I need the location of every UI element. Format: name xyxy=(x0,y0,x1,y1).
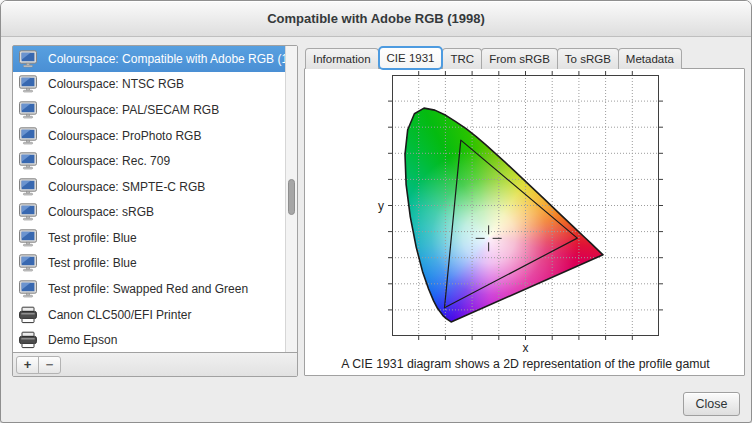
white-point-crosshair xyxy=(476,225,502,251)
profile-list-item[interactable]: Canon CLC500/EFI Printer xyxy=(13,302,285,328)
profile-list-item[interactable]: Demo Epson xyxy=(13,327,285,353)
diagram-caption: A CIE 1931 diagram shows a 2D representa… xyxy=(305,357,746,371)
profile-label: Colourspace: NTSC RGB xyxy=(48,77,184,91)
tab-cie-1931[interactable]: CIE 1931 xyxy=(378,46,444,70)
profile-label: Colourspace: SMPTE-C RGB xyxy=(48,180,205,194)
window-title: Compatible with Adobe RGB (1998) xyxy=(267,11,485,26)
x-axis-label: x xyxy=(392,341,659,355)
profile-list-item[interactable]: Colourspace: Rec. 709 xyxy=(13,148,285,174)
profile-list[interactable]: Colourspace: Compatible with Adobe RGB (… xyxy=(13,46,297,353)
profile-list-item[interactable]: Colourspace: ProPhoto RGB xyxy=(13,123,285,149)
profile-list-item[interactable]: Colourspace: NTSC RGB xyxy=(13,72,285,98)
monitor-icon xyxy=(17,203,39,221)
screen: Compatible with Adobe RGB (1998) Colours… xyxy=(0,0,752,423)
monitor-icon xyxy=(17,152,39,170)
profile-list-frame: Colourspace: Compatible with Adobe RGB (… xyxy=(12,45,298,377)
profile-label: Colourspace: ProPhoto RGB xyxy=(48,129,201,143)
profile-list-item[interactable]: Test profile: Blue xyxy=(13,225,285,251)
printer-icon xyxy=(17,331,39,349)
profile-label: Test profile: Blue xyxy=(48,231,137,245)
monitor-icon xyxy=(17,75,39,93)
add-profile-button[interactable]: + xyxy=(16,356,39,374)
close-button[interactable]: Close xyxy=(683,392,740,416)
profile-list-item[interactable]: Colourspace: Compatible with Adobe RGB (… xyxy=(13,46,285,72)
profile-list-item[interactable]: Colourspace: SMPTE-C RGB xyxy=(13,174,285,200)
gamut-triangle xyxy=(445,140,578,308)
tab-to-srgb[interactable]: To sRGB xyxy=(557,48,619,69)
list-toolbar: + − xyxy=(13,352,297,376)
profile-list-rows: Colourspace: Compatible with Adobe RGB (… xyxy=(13,46,285,353)
profile-label: Test profile: Swapped Red and Green xyxy=(48,282,248,296)
monitor-icon xyxy=(17,178,39,196)
monitor-icon xyxy=(17,254,39,272)
monitor-icon xyxy=(17,50,39,68)
titlebar: Compatible with Adobe RGB (1998) xyxy=(1,1,751,37)
profile-label: Colourspace: Rec. 709 xyxy=(48,154,170,168)
profile-label: Test profile: Blue xyxy=(48,256,137,270)
y-axis-label: y xyxy=(373,199,389,213)
profile-list-item[interactable]: Test profile: Swapped Red and Green xyxy=(13,276,285,302)
monitor-icon xyxy=(17,280,39,298)
profile-label: Colourspace: PAL/SECAM RGB xyxy=(48,103,219,117)
notebook-tabs: InformationCIE 1931TRCFrom sRGBTo sRGBMe… xyxy=(305,45,681,69)
remove-profile-button[interactable]: − xyxy=(38,356,61,374)
monitor-icon xyxy=(17,229,39,247)
profile-list-item[interactable]: Colourspace: sRGB xyxy=(13,199,285,225)
profile-label: Colourspace: Compatible with Adobe RGB (… xyxy=(48,52,297,66)
profile-list-item[interactable]: Colourspace: PAL/SECAM RGB xyxy=(13,97,285,123)
cie-1931-tab-panel: y x A CIE 1931 diagram shows a 2D repres… xyxy=(304,68,745,376)
scrollbar-thumb[interactable] xyxy=(288,179,295,215)
profile-label: Canon CLC500/EFI Printer xyxy=(48,308,191,322)
cie-plot-overlay xyxy=(387,70,664,341)
monitor-icon xyxy=(17,101,39,119)
tab-information[interactable]: Information xyxy=(305,48,379,69)
tab-metadata[interactable]: Metadata xyxy=(618,48,682,69)
profile-list-item[interactable]: Test profile: Blue xyxy=(13,251,285,277)
monitor-icon xyxy=(17,127,39,145)
tab-from-srgb[interactable]: From sRGB xyxy=(481,48,558,69)
tab-trc[interactable]: TRC xyxy=(442,48,482,69)
cie-diagram xyxy=(392,75,659,336)
profile-label: Demo Epson xyxy=(48,333,117,347)
profile-viewer-window: Compatible with Adobe RGB (1998) Colours… xyxy=(0,0,752,423)
printer-icon xyxy=(17,306,39,324)
spectral-locus-outline xyxy=(405,108,603,322)
list-scrollbar[interactable] xyxy=(285,46,297,353)
profile-label: Colourspace: sRGB xyxy=(48,205,154,219)
